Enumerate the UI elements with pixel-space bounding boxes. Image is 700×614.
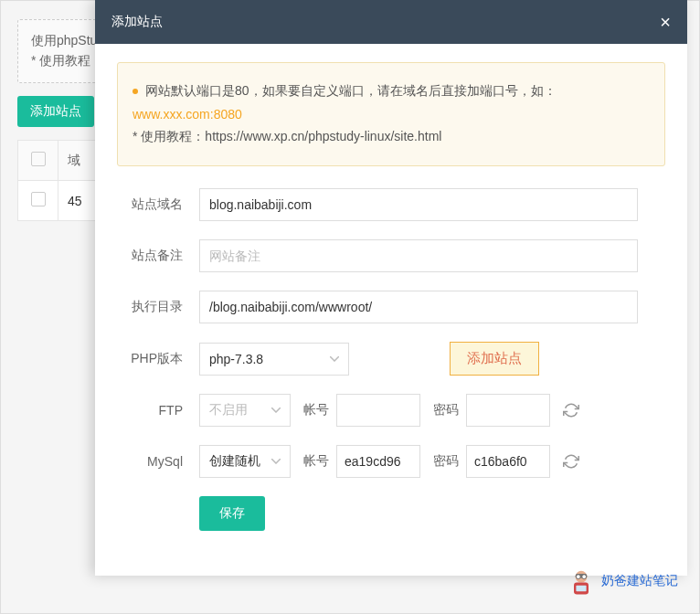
tip-prefix: * 使用教程： bbox=[133, 129, 205, 143]
remark-label: 站点备注 bbox=[117, 248, 199, 264]
row-mysql: MySql 创建随机 帐号 密码 bbox=[117, 445, 665, 478]
svg-rect-5 bbox=[576, 586, 586, 591]
domain-label: 站点域名 bbox=[117, 196, 199, 213]
tip-box: 网站默认端口是80，如果要自定义端口，请在域名后直接加端口号，如： www.xx… bbox=[117, 62, 665, 166]
avatar-icon bbox=[567, 566, 596, 596]
tip-line-1: 网站默认端口是80，如果要自定义端口，请在域名后直接加端口号，如： bbox=[133, 83, 650, 100]
ftp-password-label: 密码 bbox=[433, 402, 459, 418]
php-select[interactable]: php-7.3.8 bbox=[199, 343, 349, 376]
modal-body: 网站默认端口是80，如果要自定义端口，请在域名后直接加端口号，如： www.xx… bbox=[95, 44, 687, 567]
mysql-password-label: 密码 bbox=[433, 453, 459, 470]
dir-input[interactable] bbox=[199, 291, 638, 323]
ftp-password-input[interactable] bbox=[466, 394, 550, 427]
dir-label: 执行目录 bbox=[117, 299, 199, 315]
add-site-modal: 添加站点 × 网站默认端口是80，如果要自定义端口，请在域名后直接加端口号，如：… bbox=[95, 0, 687, 576]
refresh-icon[interactable] bbox=[563, 402, 579, 418]
close-icon[interactable]: × bbox=[660, 13, 671, 31]
tip-line-2: www.xxx.com:8080 bbox=[133, 107, 650, 122]
mysql-label: MySql bbox=[117, 454, 199, 469]
chevron-down-icon bbox=[271, 408, 281, 413]
modal-header: 添加站点 × bbox=[95, 0, 687, 44]
tip-line-3: * 使用教程：https://www.xp.cn/phpstudy-linux/… bbox=[133, 129, 650, 145]
save-button[interactable]: 保存 bbox=[199, 496, 265, 531]
tip-url: https://www.xp.cn/phpstudy-linux/site.ht… bbox=[205, 129, 441, 143]
domain-input[interactable] bbox=[199, 188, 638, 221]
chevron-down-icon bbox=[271, 459, 281, 464]
ftp-account-label: 帐号 bbox=[303, 402, 329, 418]
bg-add-site-button[interactable]: 添加站点 bbox=[17, 96, 94, 127]
bg-row-checkbox[interactable] bbox=[31, 192, 46, 206]
mysql-account-input[interactable] bbox=[336, 445, 420, 478]
refresh-icon[interactable] bbox=[563, 453, 579, 470]
ftp-select-value: 不启用 bbox=[209, 402, 248, 418]
modal-title: 添加站点 bbox=[111, 14, 163, 30]
mysql-select[interactable]: 创建随机 bbox=[199, 445, 291, 478]
row-ftp: FTP 不启用 帐号 密码 bbox=[117, 394, 665, 427]
svg-point-3 bbox=[582, 575, 587, 579]
row-dir: 执行目录 bbox=[117, 291, 665, 323]
add-site-highlight-button[interactable]: 添加站点 bbox=[450, 342, 539, 376]
ftp-select[interactable]: 不启用 bbox=[199, 394, 291, 427]
mysql-account-label: 帐号 bbox=[303, 453, 329, 470]
php-select-value: php-7.3.8 bbox=[209, 352, 263, 366]
tip-text-1: 网站默认端口是80，如果要自定义端口，请在域名后直接加端口号，如： bbox=[145, 83, 557, 98]
bullet-icon bbox=[133, 89, 138, 94]
watermark-text: 奶爸建站笔记 bbox=[601, 573, 678, 589]
row-php: PHP版本 php-7.3.8 添加站点 bbox=[117, 342, 665, 376]
chevron-down-icon bbox=[330, 356, 339, 362]
ftp-label: FTP bbox=[117, 403, 199, 418]
bg-header-checkbox[interactable] bbox=[31, 152, 46, 166]
php-label: PHP版本 bbox=[117, 351, 199, 367]
mysql-select-value: 创建随机 bbox=[209, 453, 260, 470]
row-domain: 站点域名 bbox=[117, 188, 665, 221]
svg-point-2 bbox=[576, 575, 580, 579]
mysql-password-input[interactable] bbox=[466, 445, 550, 478]
remark-input[interactable] bbox=[199, 239, 638, 272]
watermark: 奶爸建站笔记 bbox=[567, 566, 678, 596]
ftp-account-input[interactable] bbox=[336, 394, 420, 427]
row-remark: 站点备注 bbox=[117, 239, 665, 272]
row-save: 保存 bbox=[117, 496, 665, 531]
